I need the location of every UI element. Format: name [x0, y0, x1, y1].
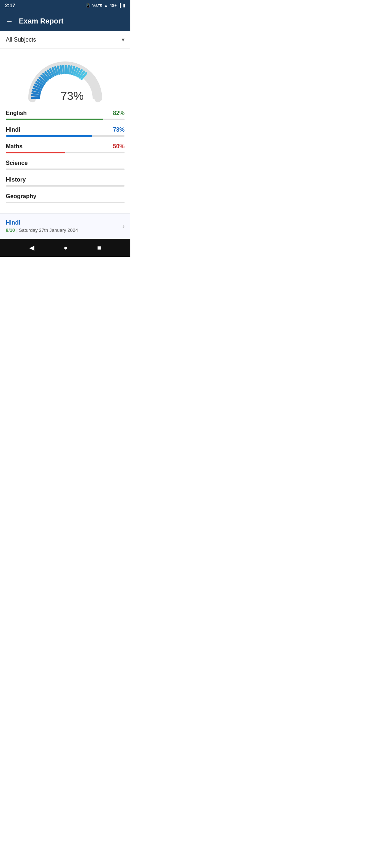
subject-item-english: English 82% — [6, 110, 125, 120]
subject-item-history: History — [6, 176, 125, 187]
subject-name-english: English — [6, 110, 27, 116]
gauge-value: 73% — [60, 89, 84, 103]
volte-icon: VoLTE — [92, 4, 102, 7]
subject-item-hindi: HIndi 73% — [6, 127, 125, 137]
nav-home-button[interactable]: ● — [64, 244, 68, 252]
progress-bg-science — [6, 169, 125, 170]
nav-bar: ◀ ● ■ — [0, 239, 130, 257]
subject-dropdown[interactable]: All Subjects ▾ — [0, 31, 130, 48]
gauge-section: 73% — [0, 48, 130, 106]
recent-exam-title: HIndi — [6, 220, 78, 226]
progress-fill-hindi — [6, 135, 92, 137]
status-icons: 📳 VoLTE ▲ 4G+ ▐ ▮ — [85, 3, 125, 8]
subject-item-maths: Maths 50% — [6, 143, 125, 153]
chevron-right-icon: › — [122, 222, 125, 230]
progress-fill-english — [6, 119, 103, 120]
progress-bg-maths — [6, 152, 125, 153]
subject-score-english: 82% — [113, 110, 125, 116]
signal-bars-icon: ▐ — [118, 3, 121, 8]
recent-exam-card[interactable]: HIndi 8/10 | Saturday 27th January 2024 … — [0, 213, 130, 239]
nav-back-button[interactable]: ◀ — [29, 244, 34, 252]
subject-name-geography: Geography — [6, 193, 36, 200]
subject-header-science: Science — [6, 160, 125, 166]
battery-icon: ▮ — [123, 3, 125, 8]
subjects-list: English 82% HIndi 73% Maths 50% Science — [0, 106, 130, 213]
progress-bg-english — [6, 119, 125, 120]
back-button[interactable]: ← — [6, 17, 13, 25]
progress-bg-hindi — [6, 135, 125, 137]
app-header: ← Exam Report — [0, 11, 130, 31]
recent-exam-score: 8/10 — [6, 227, 15, 233]
subject-dropdown-label: All Subjects — [6, 37, 36, 43]
subject-item-geography: Geography — [6, 193, 125, 203]
chevron-down-icon: ▾ — [122, 36, 125, 43]
subject-header-history: History — [6, 176, 125, 183]
wifi-icon: ▲ — [104, 3, 108, 8]
subject-header-geography: Geography — [6, 193, 125, 200]
subject-score-maths: 50% — [113, 143, 125, 150]
recent-exam-info: 8/10 | Saturday 27th January 2024 — [6, 227, 78, 233]
progress-fill-maths — [6, 152, 65, 153]
recent-exam-date: Saturday 27th January 2024 — [19, 227, 78, 233]
subject-score-hindi: 73% — [113, 127, 125, 133]
status-time: 2:17 — [5, 3, 15, 8]
subject-name-science: Science — [6, 160, 28, 166]
recent-exam-details: HIndi 8/10 | Saturday 27th January 2024 — [6, 220, 78, 233]
status-bar: 2:17 📳 VoLTE ▲ 4G+ ▐ ▮ — [0, 0, 130, 11]
subject-name-history: History — [6, 176, 26, 183]
subject-header-hindi: HIndi 73% — [6, 127, 125, 133]
signal-4g-icon: 4G+ — [110, 4, 117, 8]
progress-bg-geography — [6, 202, 125, 203]
subject-item-science: Science — [6, 160, 125, 170]
recent-exam-separator: | — [16, 227, 19, 233]
gauge-container: 73% — [25, 59, 105, 103]
nav-recents-button[interactable]: ■ — [97, 244, 101, 252]
page-title: Exam Report — [19, 17, 63, 25]
subject-name-hindi: HIndi — [6, 127, 20, 133]
subject-header-english: English 82% — [6, 110, 125, 116]
vibrate-icon: 📳 — [85, 3, 91, 8]
subject-name-maths: Maths — [6, 143, 22, 150]
progress-bg-history — [6, 185, 125, 187]
subject-header-maths: Maths 50% — [6, 143, 125, 150]
